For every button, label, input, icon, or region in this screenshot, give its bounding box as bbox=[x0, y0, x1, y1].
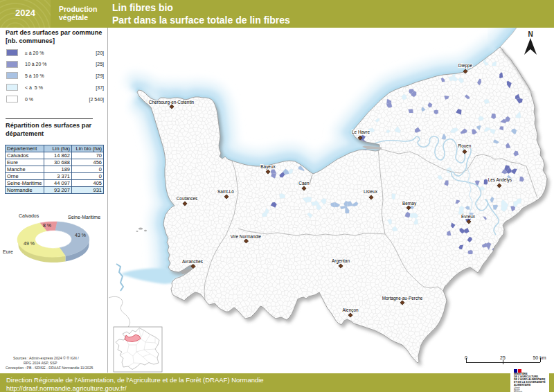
svg-text:Évreux: Évreux bbox=[461, 213, 476, 219]
svg-text:Dieppe: Dieppe bbox=[458, 63, 473, 69]
svg-text:Lisieux: Lisieux bbox=[364, 189, 378, 194]
svg-text:Vire Normandie: Vire Normandie bbox=[231, 234, 262, 239]
svg-text:Eure: Eure bbox=[3, 249, 13, 254]
svg-text:Saint-Lô: Saint-Lô bbox=[217, 189, 234, 194]
svg-text:25: 25 bbox=[500, 355, 506, 360]
svg-text:Alençon: Alençon bbox=[342, 308, 359, 313]
svg-text:Cherbourg-en-Cotentin: Cherbourg-en-Cotentin bbox=[149, 100, 195, 105]
svg-text:Seine-Maritime: Seine-Maritime bbox=[68, 215, 100, 220]
svg-text:Avranches: Avranches bbox=[182, 259, 203, 264]
svg-text:Le Havre: Le Havre bbox=[352, 130, 370, 134]
svg-text:Coutances: Coutances bbox=[177, 196, 198, 201]
svg-text:50 km: 50 km bbox=[533, 355, 546, 360]
svg-text:Bernay: Bernay bbox=[402, 201, 417, 206]
svg-text:N: N bbox=[528, 30, 533, 38]
svg-text:Calvados: Calvados bbox=[19, 213, 39, 218]
svg-text:43 %: 43 % bbox=[75, 233, 86, 238]
svg-text:Bayeux: Bayeux bbox=[260, 164, 276, 170]
svg-text:Caen: Caen bbox=[298, 181, 310, 186]
svg-text:0: 0 bbox=[465, 355, 467, 360]
svg-text:Argentan: Argentan bbox=[332, 258, 350, 264]
svg-text:49 %: 49 % bbox=[24, 241, 35, 246]
svg-text:Rouen: Rouen bbox=[458, 143, 472, 148]
svg-text:8 %: 8 % bbox=[43, 223, 51, 228]
svg-text:Les Andelys: Les Andelys bbox=[488, 177, 512, 183]
svg-text:Mortagne-au-Perche: Mortagne-au-Perche bbox=[382, 296, 423, 301]
